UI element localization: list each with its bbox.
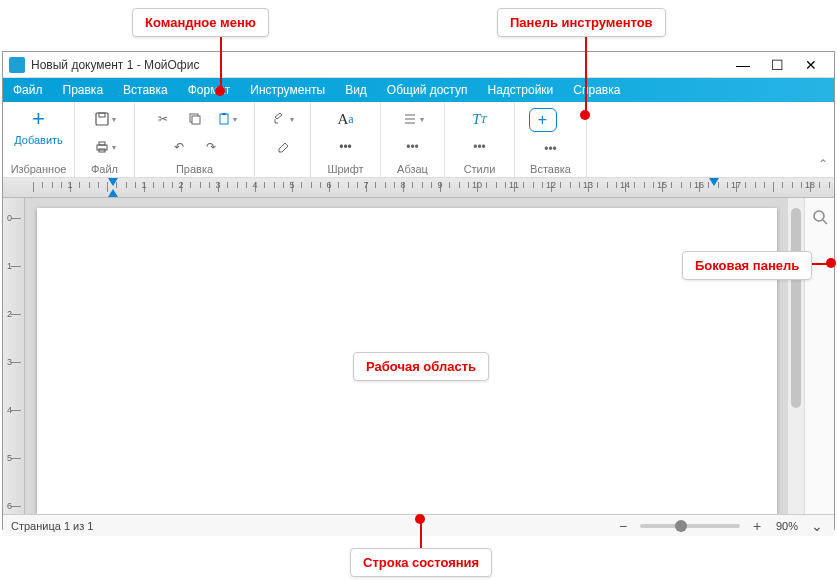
callout-menu-line <box>220 34 222 90</box>
group-styles: TT ••• Стили <box>445 102 515 177</box>
minimize-button[interactable]: — <box>726 52 760 78</box>
app-icon <box>9 57 25 73</box>
group-label-file: Файл <box>91 163 118 175</box>
add-label: Добавить <box>14 134 63 146</box>
format-painter-button[interactable]: ▾ <box>270 108 296 130</box>
menu-format[interactable]: Формат <box>178 78 241 102</box>
menu-share[interactable]: Общий доступ <box>377 78 478 102</box>
paste-button[interactable]: ▾ <box>214 108 240 130</box>
font-style-button[interactable]: Aa <box>324 108 368 130</box>
left-indent[interactable] <box>108 189 118 197</box>
app-window: Новый документ 1 - МойОфис — ☐ ✕ Файл Пр… <box>2 51 835 530</box>
copy-button[interactable] <box>182 108 208 130</box>
insert-more-button[interactable]: ••• <box>529 138 573 160</box>
svg-rect-6 <box>192 116 200 124</box>
vertical-scrollbar[interactable] <box>788 198 804 514</box>
menu-edit[interactable]: Правка <box>53 78 114 102</box>
group-label-empty <box>281 163 284 175</box>
menu-help[interactable]: Справка <box>563 78 630 102</box>
svg-rect-3 <box>99 142 105 145</box>
eraser-button[interactable] <box>270 136 296 158</box>
undo-button[interactable]: ↶ <box>166 136 192 158</box>
styles-more-button[interactable]: ••• <box>458 136 502 158</box>
print-button[interactable]: ▾ <box>92 136 118 158</box>
styles-button[interactable]: TT <box>458 108 502 130</box>
font-more-button[interactable]: ••• <box>324 136 368 158</box>
paragraph-more-button[interactable]: ••• <box>400 136 426 158</box>
insert-button[interactable]: + <box>529 108 557 132</box>
toolbar: + Добавить Избранное ▾ ▾ Файл ✂ ▾ ↶ ↷ Пр… <box>3 102 834 178</box>
maximize-button[interactable]: ☐ <box>760 52 794 78</box>
group-file: ▾ ▾ Файл <box>75 102 135 177</box>
toolbar-spacer <box>587 102 812 177</box>
group-font: Aa ••• Шрифт <box>311 102 381 177</box>
callout-statusbar-dot <box>415 514 425 524</box>
scroll-thumb[interactable] <box>791 208 801 408</box>
menu-file[interactable]: Файл <box>3 78 53 102</box>
save-button[interactable]: ▾ <box>92 108 118 130</box>
group-paragraph: ▾ ••• Абзац <box>381 102 445 177</box>
group-label-paragraph: Абзац <box>397 163 428 175</box>
search-icon[interactable] <box>811 208 829 226</box>
callout-toolbar-line <box>585 34 587 114</box>
callout-menu: Командное меню <box>132 8 269 37</box>
add-button[interactable]: + Добавить <box>14 108 63 146</box>
callout-toolbar: Панель инструментов <box>497 8 666 37</box>
menu-view[interactable]: Вид <box>335 78 377 102</box>
svg-point-12 <box>814 211 824 221</box>
group-insert: + ••• Вставка <box>515 102 587 177</box>
zoom-dropdown[interactable]: ⌄ <box>808 518 826 534</box>
callout-workarea: Рабочая область <box>353 352 489 381</box>
plus-icon: + <box>32 108 45 130</box>
group-edit: ✂ ▾ ↶ ↷ Правка <box>135 102 255 177</box>
page-indicator[interactable]: Страница 1 из 1 <box>11 520 93 532</box>
toolbar-collapse-button[interactable]: ⌃ <box>812 102 834 177</box>
callout-sidebar-dot <box>826 258 836 268</box>
svg-rect-7 <box>220 114 228 124</box>
redo-button[interactable]: ↷ <box>198 136 224 158</box>
menu-tools[interactable]: Инструменты <box>240 78 335 102</box>
callout-toolbar-dot <box>580 110 590 120</box>
menu-insert[interactable]: Вставка <box>113 78 178 102</box>
callout-statusbar-line <box>420 520 422 550</box>
zoom-value[interactable]: 90% <box>776 520 798 532</box>
zoom-slider[interactable] <box>640 524 740 528</box>
side-panel <box>804 198 834 514</box>
callout-menu-dot <box>215 86 225 96</box>
window-title: Новый документ 1 - МойОфис <box>31 58 726 72</box>
titlebar: Новый документ 1 - МойОфис — ☐ ✕ <box>3 52 834 78</box>
group-label-insert: Вставка <box>530 163 571 175</box>
group-label-styles: Стили <box>464 163 496 175</box>
close-button[interactable]: ✕ <box>794 52 828 78</box>
group-favorites: + Добавить Избранное <box>3 102 75 177</box>
horizontal-ruler[interactable]: 1123456789101112131415161718 <box>3 178 834 198</box>
cut-button[interactable]: ✂ <box>150 108 176 130</box>
menu-addons[interactable]: Надстройки <box>477 78 563 102</box>
group-label-favorites: Избранное <box>11 163 67 175</box>
callout-statusbar: Строка состояния <box>350 548 492 577</box>
group-format-tools: ▾ <box>255 102 311 177</box>
svg-rect-8 <box>222 113 226 115</box>
zoom-knob[interactable] <box>675 520 687 532</box>
menubar: Файл Правка Вставка Формат Инструменты В… <box>3 78 834 102</box>
list-button[interactable]: ▾ <box>400 108 426 130</box>
zoom-in-button[interactable]: + <box>748 518 766 534</box>
svg-line-13 <box>823 220 827 224</box>
vertical-ruler[interactable]: 0123456 <box>3 198 25 514</box>
group-label-edit: Правка <box>176 163 213 175</box>
callout-sidebar: Боковая панель <box>682 251 812 280</box>
zoom-out-button[interactable]: − <box>614 518 632 534</box>
group-label-font: Шрифт <box>327 163 363 175</box>
svg-rect-0 <box>96 113 108 125</box>
